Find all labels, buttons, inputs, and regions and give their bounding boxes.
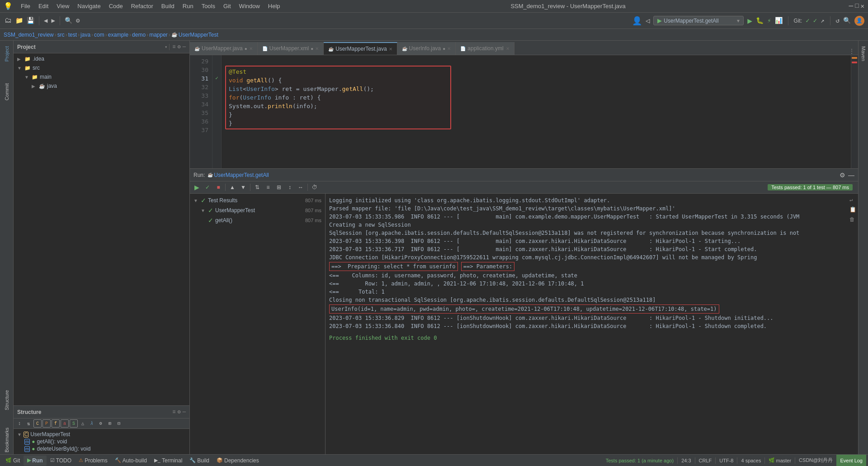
test-item-usermappertest[interactable]: ▼ ✓ UserMapperTest 807 ms	[192, 205, 323, 215]
struct-method-icon[interactable]: P	[42, 419, 51, 428]
problems-tab-btn[interactable]: ⚠ Problems	[75, 456, 111, 466]
toolbar-search-icon[interactable]: 🔍	[64, 16, 73, 25]
search-global-icon[interactable]: 🔍	[843, 17, 851, 24]
run-time-icon[interactable]: ⏱	[310, 182, 320, 192]
run-settings-icon[interactable]: ⚙	[840, 171, 845, 179]
status-indent[interactable]: 4 spaces	[737, 458, 764, 463]
breadcrumb-test[interactable]: test	[68, 32, 77, 38]
tab-usermapper-xml[interactable]: 📄 UserMapper.xml ● ✕	[258, 42, 324, 55]
tab-close-btn3[interactable]: ✕	[389, 47, 392, 52]
status-line-ending[interactable]: CRLF	[695, 458, 716, 463]
run-layout-btn[interactable]: ⊞	[274, 182, 284, 192]
breadcrumb-com[interactable]: com	[94, 32, 104, 38]
tree-item-java[interactable]: ▶ ☕ java	[14, 81, 189, 90]
user-profile-icon[interactable]: 👤	[854, 16, 864, 26]
maven-tab[interactable]: Maven	[859, 44, 868, 63]
tab-application-yml[interactable]: 📄 application.yml ✕	[456, 42, 514, 55]
menu-navigate[interactable]: Navigate	[74, 2, 104, 10]
tab-close-btn4[interactable]: ✕	[447, 46, 451, 51]
tree-item-main[interactable]: ▼ 📁 main	[14, 72, 189, 81]
struct-item-delete[interactable]: m ● deleteUserById(): void	[15, 445, 188, 452]
run-close-icon[interactable]: —	[848, 171, 854, 179]
structure-action2[interactable]: ⚙	[178, 409, 181, 415]
menu-window[interactable]: Window	[236, 2, 264, 10]
struct-class-icon[interactable]: C	[33, 419, 42, 428]
struct-item-class[interactable]: ▼ C UserMapperTest	[15, 431, 188, 438]
git-check2-icon[interactable]: ✓	[813, 17, 817, 24]
terminal-tab-btn[interactable]: ▶_ Terminal	[151, 456, 186, 466]
structure-action1[interactable]: ≡	[172, 409, 175, 415]
tree-item-src[interactable]: ▼ 📁 src	[14, 63, 189, 72]
run-sort-btn[interactable]: ⇅	[252, 182, 262, 192]
run-check-icon[interactable]: ✓	[203, 182, 212, 192]
run-action-btn[interactable]: ▶	[747, 16, 752, 26]
run-down-btn[interactable]: ▼	[238, 182, 248, 192]
breadcrumb-root[interactable]: SSM_demo1_review	[4, 32, 54, 38]
sidebar-commit-btn[interactable]: Commit	[2, 81, 11, 102]
menu-refactor[interactable]: Refactor	[127, 2, 157, 10]
struct-filter-icon[interactable]: ⇅	[24, 419, 33, 428]
test-item-results[interactable]: ▼ ✓ Test Results 807 ms	[192, 195, 323, 205]
project-action1[interactable]: ≡	[172, 44, 175, 50]
git-tab-btn[interactable]: 🌿 Git	[2, 456, 24, 466]
run-filter-btn[interactable]: ≡	[263, 182, 273, 192]
struct-lambda-icon[interactable]: λ	[88, 419, 96, 428]
menu-build[interactable]: Build	[158, 2, 178, 10]
auto-build-tab-btn[interactable]: 🔨 Auto-build	[111, 456, 151, 466]
menu-edit[interactable]: Edit	[35, 2, 52, 10]
struct-s-icon[interactable]: S	[70, 419, 78, 428]
tab-close-btn5[interactable]: ✕	[506, 46, 509, 51]
tab-close-btn2[interactable]: ✕	[315, 46, 319, 51]
coverage-btn[interactable]: ⚡	[767, 17, 771, 24]
menu-help[interactable]: Help	[264, 2, 284, 10]
menu-file[interactable]: File	[17, 2, 34, 10]
tab-usermapper-java[interactable]: ☕ UserMapper.java ● ✕	[190, 42, 258, 55]
menu-tools[interactable]: Tools	[198, 2, 219, 10]
run-config-selector[interactable]: ▶ UserMapperTest.getAll ▾	[653, 16, 744, 25]
toolbar-open-icon[interactable]: 📁	[14, 16, 24, 25]
tab-more-btn[interactable]: ⋮	[845, 48, 858, 55]
console-clear-icon[interactable]: 🗑	[849, 215, 856, 223]
deps-tab-btn[interactable]: 📦 Dependencies	[213, 456, 263, 466]
test-item-getall[interactable]: ✓ getAll() 807 ms	[192, 215, 323, 225]
struct-item-getall[interactable]: m ● getAll(): void	[15, 438, 188, 445]
console-wrap-icon[interactable]: ↵	[849, 195, 856, 204]
struct-a-icon[interactable]: a	[61, 419, 69, 428]
breadcrumb-file[interactable]: ☕ UserMapperTest	[171, 32, 218, 38]
sidebar-bookmarks-btn[interactable]: Bookmarks	[2, 426, 11, 454]
tab-usermappertest-java[interactable]: ☕ UserMapperTest.java ✕	[324, 42, 397, 55]
breadcrumb-src[interactable]: src	[57, 32, 65, 38]
event-log-btn[interactable]: Event Log	[836, 455, 866, 466]
status-encoding[interactable]: UTF-8	[716, 458, 737, 463]
menu-view[interactable]: View	[53, 2, 73, 10]
toolbar-save-icon[interactable]: 💾	[26, 16, 35, 25]
vcs-back-icon[interactable]: ◁	[646, 16, 650, 25]
tree-item-idea[interactable]: ▶ 📁 .idea	[14, 54, 189, 63]
git-push-icon[interactable]: ↗	[821, 17, 824, 24]
struct-triangle-icon[interactable]: △	[79, 419, 87, 428]
toolbar-forward-icon[interactable]: ▶	[50, 16, 56, 25]
menu-git[interactable]: Git	[220, 2, 235, 10]
toolbar-back-icon[interactable]: ◀	[43, 16, 48, 25]
run-expand-btn[interactable]: ↕	[285, 182, 295, 192]
toolbar-settings-icon[interactable]: ⚙	[75, 16, 80, 25]
profile-btn[interactable]: 📊	[775, 17, 783, 24]
maximize-button[interactable]: □	[855, 2, 859, 10]
debug-action-btn[interactable]: 🐛	[756, 17, 764, 24]
menu-run[interactable]: Run	[179, 2, 197, 10]
sidebar-structure-btn[interactable]: Structure	[2, 388, 11, 412]
sidebar-project-btn[interactable]: Project	[2, 44, 11, 63]
structure-action3[interactable]: —	[183, 409, 186, 415]
status-branch[interactable]: 🌿 master	[765, 457, 795, 463]
run-stop-btn[interactable]: ■	[213, 182, 223, 192]
status-position[interactable]: 24:3	[678, 458, 694, 463]
undo-btn[interactable]: ↺	[836, 17, 840, 24]
menu-code[interactable]: Code	[105, 2, 127, 10]
console-copy-icon[interactable]: 📋	[849, 205, 856, 214]
run-collapse-btn[interactable]: ↔	[296, 182, 306, 192]
breadcrumb-mapper[interactable]: mapper	[149, 32, 168, 38]
struct-sort-icon[interactable]: ↕	[15, 419, 24, 428]
run-up-btn[interactable]: ▲	[227, 182, 237, 192]
breadcrumb-demo[interactable]: demo	[132, 32, 146, 38]
struct-field-icon[interactable]: f	[52, 419, 60, 428]
